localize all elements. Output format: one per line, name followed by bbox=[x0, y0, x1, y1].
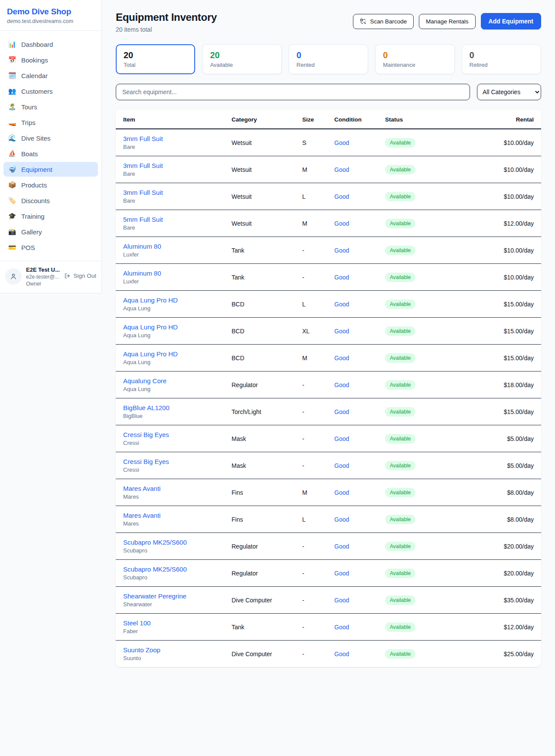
sidebar-item-boats[interactable]: ⛵Boats bbox=[3, 146, 98, 161]
category-select[interactable]: All Categories bbox=[477, 84, 541, 100]
condition-link[interactable]: Good bbox=[334, 435, 349, 442]
user-role: Owner bbox=[26, 281, 60, 287]
table-row[interactable]: Mares AvantiMaresFinsLGoodAvailable$8.00… bbox=[116, 506, 541, 533]
item-name-link[interactable]: 3mm Full Suit bbox=[123, 135, 217, 142]
cell-status: Available bbox=[378, 641, 467, 667]
item-name-link[interactable]: 3mm Full Suit bbox=[123, 189, 217, 196]
condition-link[interactable]: Good bbox=[334, 166, 349, 173]
status-badge: Available bbox=[385, 326, 415, 336]
item-name-link[interactable]: Aqua Lung Pro HD bbox=[123, 323, 217, 331]
scan-barcode-button[interactable]: Scan Barcode bbox=[353, 14, 414, 29]
sidebar-item-products[interactable]: 📦Products bbox=[3, 177, 98, 192]
item-name-link[interactable]: 3mm Full Suit bbox=[123, 162, 217, 169]
table-row[interactable]: Aqua Lung Pro HDAqua LungBCDXLGoodAvaila… bbox=[116, 318, 541, 345]
condition-link[interactable]: Good bbox=[334, 570, 349, 577]
condition-link[interactable]: Good bbox=[334, 355, 349, 362]
table-row[interactable]: Aqualung CoreAqua LungRegulator-GoodAvai… bbox=[116, 371, 541, 398]
sidebar-item-tours[interactable]: 🏝️Tours bbox=[3, 99, 98, 114]
sidebar-item-pos[interactable]: 💳POS bbox=[3, 240, 98, 255]
table-row[interactable]: Aqua Lung Pro HDAqua LungBCDMGoodAvailab… bbox=[116, 345, 541, 371]
condition-link[interactable]: Good bbox=[334, 139, 349, 146]
item-name-link[interactable]: Scubapro MK25/S600 bbox=[123, 565, 217, 573]
sidebar-item-discounts[interactable]: 🏷️Discounts bbox=[3, 193, 98, 208]
condition-link[interactable]: Good bbox=[334, 624, 349, 631]
page-title: Equipment Inventory bbox=[116, 11, 217, 23]
item-name-link[interactable]: Suunto Zoop bbox=[123, 646, 217, 654]
add-equipment-button[interactable]: Add Equipment bbox=[481, 13, 541, 30]
sidebar-item-customers[interactable]: 👥Customers bbox=[3, 84, 98, 99]
table-row[interactable]: 3mm Full SuitBareWetsuitMGoodAvailable$1… bbox=[116, 156, 541, 183]
item-name-link[interactable]: Aqua Lung Pro HD bbox=[123, 350, 217, 358]
condition-link[interactable]: Good bbox=[334, 597, 349, 604]
item-brand: Cressi bbox=[123, 440, 217, 446]
stat-card-available[interactable]: 20Available bbox=[202, 44, 281, 74]
stat-card-retired[interactable]: 0Retired bbox=[462, 44, 541, 74]
condition-link[interactable]: Good bbox=[334, 462, 349, 469]
table-row[interactable]: Shearwater PeregrineShearwaterDive Compu… bbox=[116, 587, 541, 614]
table-row[interactable]: Aqua Lung Pro HDAqua LungBCDLGoodAvailab… bbox=[116, 291, 541, 318]
stat-card-rented[interactable]: 0Rented bbox=[289, 44, 368, 74]
sidebar-item-dive-sites[interactable]: 🌊Dive Sites bbox=[3, 131, 98, 145]
table-row[interactable]: Cressi Big EyesCressiMask-GoodAvailable$… bbox=[116, 425, 541, 452]
table-row[interactable]: Steel 100FaberTank-GoodAvailable$12.00/d… bbox=[116, 614, 541, 641]
table-row[interactable]: Scubapro MK25/S600ScubaproRegulator-Good… bbox=[116, 560, 541, 587]
item-name-link[interactable]: 5mm Full Suit bbox=[123, 216, 217, 223]
condition-link[interactable]: Good bbox=[334, 301, 349, 308]
cell-condition: Good bbox=[327, 614, 378, 641]
condition-link[interactable]: Good bbox=[334, 328, 349, 335]
item-name-link[interactable]: Cressi Big Eyes bbox=[123, 431, 217, 438]
cell-size: M bbox=[295, 345, 327, 371]
table-row[interactable]: Aluminum 80LuxferTank-GoodAvailable$10.0… bbox=[116, 237, 541, 264]
condition-link[interactable]: Good bbox=[334, 274, 349, 281]
stat-card-maintenance[interactable]: 0Maintenance bbox=[375, 44, 454, 74]
condition-link[interactable]: Good bbox=[334, 408, 349, 415]
table-row[interactable]: BigBlue AL1200BigBlueTorch/Light-GoodAva… bbox=[116, 398, 541, 425]
item-name-link[interactable]: BigBlue AL1200 bbox=[123, 404, 217, 411]
status-badge: Available bbox=[385, 515, 415, 524]
sidebar-item-equipment[interactable]: 🤿Equipment bbox=[3, 162, 98, 177]
search-input[interactable] bbox=[116, 84, 470, 100]
item-name-link[interactable]: Shearwater Peregrine bbox=[123, 592, 217, 600]
stat-value: 0 bbox=[470, 50, 533, 60]
condition-link[interactable]: Good bbox=[334, 489, 349, 496]
item-name-link[interactable]: Aluminum 80 bbox=[123, 270, 217, 277]
manage-rentals-button[interactable]: Manage Rentals bbox=[419, 14, 475, 29]
condition-link[interactable]: Good bbox=[334, 516, 349, 523]
table-row[interactable]: Suunto ZoopSuuntoDive Computer-GoodAvail… bbox=[116, 641, 541, 667]
table-row[interactable]: 3mm Full SuitBareWetsuitLGoodAvailable$1… bbox=[116, 183, 541, 210]
sidebar-item-gallery[interactable]: 📸Gallery bbox=[3, 224, 98, 239]
sidebar-item-training[interactable]: 🎓Training bbox=[3, 209, 98, 224]
speedboat-icon: 🚤 bbox=[8, 118, 16, 126]
item-name-link[interactable]: Aqualung Core bbox=[123, 377, 217, 385]
sidebar-item-calendar[interactable]: 🗓️Calendar bbox=[3, 68, 98, 83]
cell-item: 3mm Full SuitBare bbox=[116, 156, 224, 183]
item-name-link[interactable]: Aluminum 80 bbox=[123, 243, 217, 250]
condition-link[interactable]: Good bbox=[334, 220, 349, 227]
item-name-link[interactable]: Mares Avanti bbox=[123, 485, 217, 492]
table-row[interactable]: 3mm Full SuitBareWetsuitSGoodAvailable$1… bbox=[116, 129, 541, 156]
condition-link[interactable]: Good bbox=[334, 543, 349, 550]
cell-category: Regulator bbox=[224, 533, 295, 560]
sidebar-item-bookings[interactable]: 📅Bookings bbox=[3, 53, 98, 67]
item-name-link[interactable]: Cressi Big Eyes bbox=[123, 458, 217, 465]
table-row[interactable]: Aluminum 80LuxferTank-GoodAvailable$10.0… bbox=[116, 264, 541, 291]
stat-card-total[interactable]: 20Total bbox=[116, 44, 195, 74]
table-row[interactable]: 5mm Full SuitBareWetsuitMGoodAvailable$1… bbox=[116, 210, 541, 237]
sidebar-item-dashboard[interactable]: 📊Dashboard bbox=[3, 37, 98, 52]
cell-item: 3mm Full SuitBare bbox=[116, 183, 224, 210]
sign-out-button[interactable]: Sign Out bbox=[64, 273, 96, 279]
condition-link[interactable]: Good bbox=[334, 651, 349, 657]
cell-status: Available bbox=[378, 452, 467, 479]
condition-link[interactable]: Good bbox=[334, 247, 349, 254]
item-name-link[interactable]: Aqua Lung Pro HD bbox=[123, 296, 217, 304]
item-name-link[interactable]: Steel 100 bbox=[123, 619, 217, 627]
sidebar-item-trips[interactable]: 🚤Trips bbox=[3, 115, 98, 130]
condition-link[interactable]: Good bbox=[334, 193, 349, 200]
item-name-link[interactable]: Scubapro MK25/S600 bbox=[123, 539, 217, 546]
table-row[interactable]: Mares AvantiMaresFinsMGoodAvailable$8.00… bbox=[116, 479, 541, 506]
cell-status: Available bbox=[378, 371, 467, 398]
table-row[interactable]: Cressi Big EyesCressiMask-GoodAvailable$… bbox=[116, 452, 541, 479]
condition-link[interactable]: Good bbox=[334, 381, 349, 388]
table-row[interactable]: Scubapro MK25/S600ScubaproRegulator-Good… bbox=[116, 533, 541, 560]
item-name-link[interactable]: Mares Avanti bbox=[123, 512, 217, 519]
